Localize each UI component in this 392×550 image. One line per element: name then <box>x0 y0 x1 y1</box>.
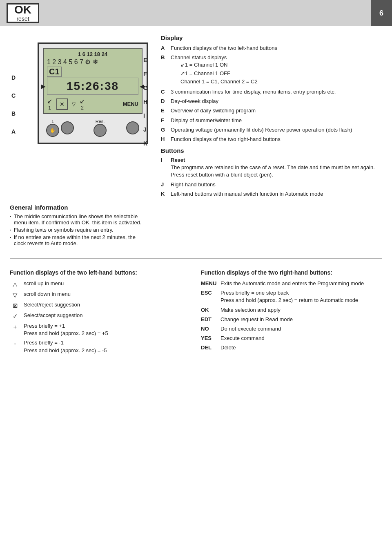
display-title: Display <box>161 34 382 41</box>
func-text-3: Select/accept suggestion <box>24 312 83 319</box>
btn-key-K: K <box>161 190 167 198</box>
label-e: E <box>143 57 148 63</box>
ok-reset-box: OK reset <box>7 3 39 23</box>
display-text-C: 3 communication lines for time display, … <box>171 89 336 95</box>
func-sym-0: △ <box>10 280 20 288</box>
bottom-section: Function displays of the two left-hand b… <box>0 265 392 364</box>
bottom-left-item-1: ▽scroll down in menu <box>10 291 191 299</box>
menu-label: MENU <box>123 101 138 107</box>
bottom-left-item-4: +Press briefly = +1 Press and hold (appr… <box>10 322 191 337</box>
display-key-E: E <box>161 107 167 114</box>
page-number: 6 <box>371 0 392 26</box>
func-text-2: Select/reject suggestion <box>24 301 80 309</box>
general-info-item-1: Flashing texts or symbols require an ent… <box>10 227 149 233</box>
label-g: G <box>143 85 148 91</box>
btn-key-J: J <box>161 181 167 188</box>
right-func-text-1: Press briefly = one step back Press and … <box>220 289 358 304</box>
btn1-group: 1 ✋ <box>46 119 59 137</box>
display-text-D: Day-of-week display <box>171 98 218 104</box>
button-4[interactable] <box>126 121 139 134</box>
left-side-labels: D C B A <box>11 74 16 135</box>
bottom-right-item-4: NODo not execute command <box>201 325 382 333</box>
display-item-A: AFunction displays of the two left-hand … <box>161 45 382 52</box>
label-d: D <box>11 74 16 81</box>
bottom-right-item-2: OKMake selection and apply <box>201 306 382 314</box>
channel2-sym: ↙ <box>80 97 85 105</box>
reset-button[interactable] <box>94 124 107 137</box>
bottom-left-item-3: ✓Select/accept suggestion <box>10 312 191 320</box>
display-text-A: Function displays of the two left-hand b… <box>171 45 277 51</box>
channel2-num: 2 <box>81 105 84 111</box>
right-func-text-3: Change request in Read mode <box>220 316 293 323</box>
func-sym-5: - <box>10 339 20 348</box>
right-func-key-6: DEL <box>201 344 217 351</box>
display-description: Display AFunction displays of the two le… <box>157 34 382 200</box>
general-info-item-0: The middle communication line shows the … <box>10 213 149 226</box>
bottom-left-item-0: △scroll up in menu <box>10 280 191 288</box>
buttons-title: Buttons <box>161 147 382 154</box>
button-2[interactable] <box>61 121 74 134</box>
device-buttons: 1 ✋ Res. <box>43 117 143 139</box>
button-1[interactable]: ✋ <box>46 124 59 137</box>
channel1-num: 1 <box>48 105 51 111</box>
display-text-G: Operating voltage (permanently lit dots)… <box>171 127 352 133</box>
display-key-H: H <box>161 136 167 143</box>
middle-row: General information The middle communica… <box>0 204 392 252</box>
display-text-H: Function displays of the two right-hand … <box>171 136 281 142</box>
arrow-left-indicator: ▶ <box>41 83 46 89</box>
bottom-right-items: MENUExits the Automatic mode and enters … <box>201 280 382 352</box>
display-text-F: Display of summer/winter time <box>171 117 242 123</box>
label-k: K <box>143 140 148 147</box>
bottom-right-item-5: YESExecute command <box>201 335 382 342</box>
bottom-left: Function displays of the two left-hand b… <box>10 269 191 356</box>
display-text-B: Channel status displays <box>171 54 227 60</box>
label-a: A <box>11 128 16 135</box>
header: OK reset 6 <box>0 0 392 26</box>
display-key-F: F <box>161 117 167 124</box>
display-sub-B: ↗1 = Channel 1 OFF <box>171 70 258 77</box>
right-func-text-6: Delete <box>220 344 236 351</box>
right-func-key-4: NO <box>201 325 217 333</box>
right-func-text-5: Execute command <box>220 335 265 342</box>
label-h: H <box>143 98 148 105</box>
display-key-G: G <box>161 126 167 134</box>
lcd-indicators: 1 2 3 4 5 6 7 ⚙ ❄ <box>47 58 138 66</box>
channel1-icon: ↙ 1 <box>47 97 52 111</box>
right-func-key-1: ESC <box>201 289 217 297</box>
display-key-A: A <box>161 45 167 52</box>
reset-btn-group: Res. <box>94 119 107 137</box>
bottom-left-item-2: ⊠Select/reject suggestion <box>10 301 191 310</box>
right-side-labels: E F G H I J K <box>143 57 148 147</box>
func-sym-4: + <box>10 322 20 331</box>
label-j: J <box>143 126 148 133</box>
btn-key-I: I <box>161 157 167 164</box>
day-indicators: 1 2 3 4 5 6 7 ⚙ ❄ <box>47 58 98 66</box>
general-info-section: General information The middle communica… <box>10 204 149 248</box>
func-sym-3: ✓ <box>10 312 20 320</box>
btn-group-left: 1 ✋ <box>46 119 74 137</box>
general-info-item-2: If no entries are made within the next 2… <box>10 234 149 246</box>
display-key-D: D <box>161 98 167 105</box>
bottom-right-item-6: DELDelete <box>201 344 382 351</box>
general-info-title: General information <box>10 204 149 211</box>
separator <box>10 258 382 259</box>
buttons-item-I: IResetThe programs are retained in the c… <box>161 157 382 179</box>
label-f: F <box>143 71 148 77</box>
display-text-E: Overview of daily switching program <box>171 107 256 114</box>
btn-text-I: The programs are retained in the case of… <box>171 164 375 178</box>
buttons-item-K: KLeft-hand buttons with manual switch fu… <box>161 190 382 198</box>
lcd-time: 15:26:38 <box>47 78 138 95</box>
btn-text-J: Right-hand buttons <box>171 181 216 188</box>
display-sub-B: Channel 1 = C1, Channel 2 = C2 <box>171 78 258 85</box>
right-func-key-5: YES <box>201 335 217 342</box>
bottom-right: Function displays of the two right-hand … <box>201 269 382 356</box>
triangle-down: ▽ <box>72 101 76 107</box>
display-key-B: B <box>161 54 167 61</box>
main-content: D C B A 1 6 12 18 24 1 2 3 4 5 6 7 ⚙ ❄ C… <box>0 26 392 204</box>
display-items: AFunction displays of the two left-hand … <box>161 45 382 143</box>
display-item-C: C3 communication lines for time display,… <box>161 88 382 96</box>
right-func-text-0: Exits the Automatic mode and enters the … <box>220 280 364 287</box>
func-sym-1: ▽ <box>10 291 20 299</box>
ok-label: OK <box>14 4 31 16</box>
right-func-text-2: Make selection and apply <box>220 306 281 314</box>
